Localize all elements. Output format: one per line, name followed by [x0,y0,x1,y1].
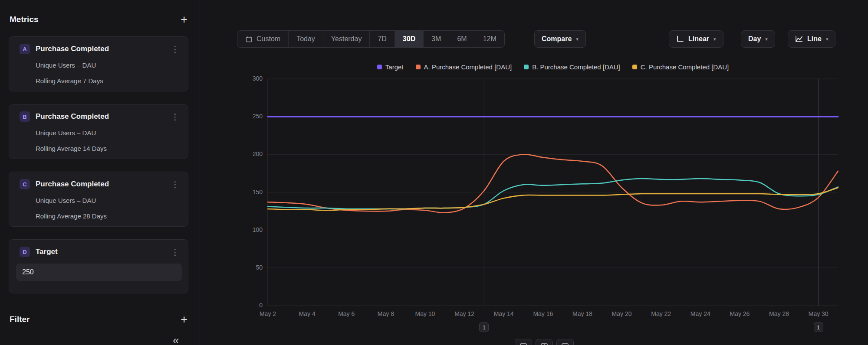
scale-label: Linear [688,35,709,43]
metric-measure[interactable]: Unique Users – DAU [36,197,96,204]
compare-label: Compare [542,35,572,43]
x-axis-tick-label: May 26 [720,310,759,317]
legend-swatch-icon [632,65,637,69]
chevron-down-icon: ▾ [765,36,768,42]
footer-tool-button-1[interactable] [515,339,532,345]
range-yesterday-button[interactable]: Yesterday [323,31,370,47]
range-12m-button[interactable]: 12M [475,31,504,47]
metric-card-c[interactable]: C Purchase Completed ⋮ Unique Users – DA… [9,172,188,227]
y-axis-tick-label: 300 [236,75,263,82]
legend-swatch-icon [524,65,529,69]
chart-type-button[interactable]: Line ▾ [788,30,835,48]
range-custom-label: Custom [256,35,280,43]
target-title: Target [36,247,169,256]
legend-item[interactable]: Target [377,63,404,71]
metric-title: Purchase Completed [36,45,169,53]
legend-swatch-icon [377,65,382,69]
target-card-header: D Target ⋮ [20,247,181,257]
legend-item[interactable]: C. Purchase Completed [DAU] [632,63,729,71]
legend-label: C. Purchase Completed [DAU] [641,63,729,71]
metric-rolling-average[interactable]: Rolling Average 7 Days [36,77,103,85]
collapse-sidebar-button[interactable]: « [173,335,179,345]
y-axis-tick-label: 0 [236,302,263,309]
metric-card-header: B Purchase Completed ⋮ [20,111,181,122]
metric-badge: A [20,44,30,54]
x-axis-tick-label: May 20 [602,310,641,317]
metric-card-header: A Purchase Completed ⋮ [20,44,181,54]
range-7d-button[interactable]: 7D [370,31,395,47]
x-axis-tick-label: May 2 [248,310,287,317]
annotation-badge[interactable]: 1 [479,322,489,332]
compare-button[interactable]: Compare ▾ [534,30,586,48]
x-axis-tick-label: May 18 [563,310,602,317]
range-3m-button[interactable]: 3M [424,31,449,47]
metric-measure[interactable]: Unique Users – DAU [36,129,96,137]
range-custom-button[interactable]: Custom [237,31,289,47]
x-axis-tick-label: May 6 [327,310,366,317]
y-axis-tick-label: 150 [236,189,263,195]
x-axis-tick-label: May 28 [760,310,799,317]
metric-card-a[interactable]: A Purchase Completed ⋮ Unique Users – DA… [9,36,188,91]
legend-label: B. Purchase Completed [DAU] [532,63,620,71]
range-30d-button[interactable]: 30D [395,31,424,47]
target-card[interactable]: D Target ⋮ [9,239,188,293]
metric-title: Purchase Completed [36,180,169,189]
panel-icon [520,343,527,345]
expand-icon [562,343,569,345]
footer-tool-button-3[interactable] [556,339,574,345]
chart-series-line [268,188,838,210]
granularity-label: Day [748,35,761,43]
x-axis-tick-label: May 10 [405,310,444,317]
metric-rolling-average[interactable]: Rolling Average 28 Days [36,212,107,220]
metric-badge: B [20,111,30,122]
metric-badge: D [20,247,30,257]
kebab-menu-icon[interactable]: ⋮ [169,179,181,189]
chart-legend: TargetA. Purchase Completed [DAU]B. Purc… [268,63,838,71]
y-axis-tick-label: 200 [236,150,263,157]
metric-measure[interactable]: Unique Users – DAU [36,62,96,69]
legend-label: A. Purchase Completed [DAU] [424,63,512,71]
x-axis-tick-label: May 22 [641,310,681,317]
x-axis-tick-label: May 24 [681,310,720,317]
kebab-menu-icon[interactable]: ⋮ [169,44,181,54]
x-axis-tick-label: May 30 [799,310,838,317]
metric-rolling-average[interactable]: Rolling Average 14 Days [36,145,107,152]
kebab-menu-icon[interactable]: ⋮ [169,112,181,122]
add-filter-button[interactable]: + [181,314,187,325]
metric-card-header: C Purchase Completed ⋮ [20,179,181,189]
chevron-down-icon: ▾ [713,36,716,42]
table-icon [541,343,548,345]
legend-swatch-icon [416,65,421,69]
add-metric-button[interactable]: + [181,14,187,26]
kebab-menu-icon[interactable]: ⋮ [169,247,181,257]
date-range-group: Custom Today Yesterday 7D 30D 3M 6M 12M [237,30,505,48]
sidebar: Metrics + A Purchase Completed ⋮ Unique … [0,0,200,345]
chart-footer-toolbar [515,339,574,345]
annotation-badge[interactable]: 1 [814,322,823,332]
x-axis-tick-label: May 14 [484,310,523,317]
y-axis-tick-label: 250 [236,113,263,120]
x-axis-tick-label: May 8 [366,310,405,317]
chart-series-line [268,154,838,213]
metric-title: Purchase Completed [36,112,169,121]
metrics-header: Metrics + [10,13,187,26]
calendar-icon [245,36,253,43]
granularity-button[interactable]: Day ▾ [741,30,775,48]
metrics-heading: Metrics [10,15,39,24]
scale-button[interactable]: Linear ▾ [669,30,723,48]
footer-tool-button-2[interactable] [536,339,553,345]
range-today-button[interactable]: Today [289,31,323,47]
metric-card-b[interactable]: B Purchase Completed ⋮ Unique Users – DA… [9,104,188,159]
y-axis-tick-label: 50 [236,264,263,271]
legend-label: Target [385,63,404,71]
chart-type-label: Line [807,35,822,43]
target-value-input[interactable] [16,264,182,281]
range-6m-button[interactable]: 6M [449,31,475,47]
legend-item[interactable]: A. Purchase Completed [DAU] [416,63,512,71]
x-axis-tick-label: May 16 [523,310,562,317]
y-axis-tick-label: 100 [236,226,263,233]
filter-heading: Filter [10,315,30,324]
x-axis-tick-label: May 4 [288,310,327,317]
chart-plot-area[interactable] [268,79,838,306]
legend-item[interactable]: B. Purchase Completed [DAU] [524,63,620,71]
